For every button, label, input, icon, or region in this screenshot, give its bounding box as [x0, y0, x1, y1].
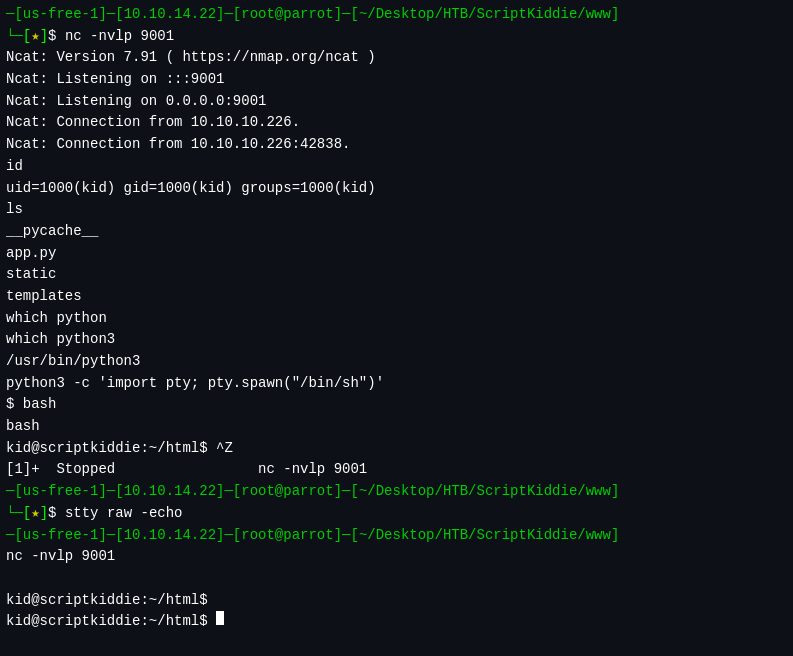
terminal-line: nc -nvlp 9001 [6, 546, 787, 568]
prompt-sep: ─ [107, 481, 115, 503]
dollar: $ [48, 26, 65, 48]
prompt-sep2: ─ [224, 4, 232, 26]
prompt-user: [root@parrot] [233, 4, 342, 26]
prompt-bracket: ─ [6, 525, 14, 547]
terminal-line: id [6, 156, 787, 178]
star-bracket2: ] [40, 503, 48, 525]
terminal: ─[us-free-1]─[10.10.14.22]─[root@parrot]… [0, 0, 793, 656]
prompt-dir: [~/Desktop/HTB/ScriptKiddie/www] [350, 481, 619, 503]
prompt-ip: [10.10.14.22] [115, 525, 224, 547]
prompt-path: [us-free-1] [14, 481, 106, 503]
terminal-line: [1]+ Stopped nc -nvlp 9001 [6, 459, 787, 481]
prompt-bracket: ─ [6, 481, 14, 503]
star: ★ [31, 503, 39, 525]
prompt-dir: [~/Desktop/HTB/ScriptKiddie/www] [350, 525, 619, 547]
terminal-line: └─[★]$ stty raw -echo [6, 503, 787, 525]
terminal-line: app.py [6, 243, 787, 265]
star-bracket: [ [23, 503, 31, 525]
prompt-corner: └─ [6, 26, 23, 48]
prompt-sep2: ─ [224, 525, 232, 547]
terminal-line: └─[★]$ nc -nvlp 9001 [6, 26, 787, 48]
terminal-line: uid=1000(kid) gid=1000(kid) groups=1000(… [6, 178, 787, 200]
terminal-line: kid@scriptkiddie:~/html$ ^Z [6, 438, 787, 460]
shell-prompt-text: kid@scriptkiddie:~/html$ [6, 611, 208, 633]
terminal-line: bash [6, 416, 787, 438]
prompt-sep: ─ [107, 525, 115, 547]
terminal-line: /usr/bin/python3 [6, 351, 787, 373]
prompt-ip: [10.10.14.22] [115, 481, 224, 503]
terminal-line: templates [6, 286, 787, 308]
terminal-line: Ncat: Listening on :::9001 [6, 69, 787, 91]
terminal-line: ─[us-free-1]─[10.10.14.22]─[root@parrot]… [6, 525, 787, 547]
cmd-text: nc -nvlp 9001 [65, 26, 174, 48]
prompt-sep3: ─ [342, 4, 350, 26]
prompt-dir: [~/Desktop/HTB/ScriptKiddie/www] [350, 4, 619, 26]
terminal-line: which python3 [6, 329, 787, 351]
terminal-line: ─[us-free-1]─[10.10.14.22]─[root@parrot]… [6, 4, 787, 26]
prompt-sep3: ─ [342, 525, 350, 547]
terminal-line: which python [6, 308, 787, 330]
prompt-sep: ─ [107, 4, 115, 26]
cmd-text: stty raw -echo [65, 503, 183, 525]
prompt-path: [us-free-1] [14, 525, 106, 547]
cursor [216, 611, 224, 625]
dollar: $ [48, 503, 65, 525]
prompt-user: [root@parrot] [233, 481, 342, 503]
star: ★ [31, 26, 39, 48]
terminal-line [6, 568, 787, 590]
terminal-line: ls [6, 199, 787, 221]
terminal-line: __pycache__ [6, 221, 787, 243]
prompt-corner: └─ [6, 503, 23, 525]
terminal-line: static [6, 264, 787, 286]
prompt-path: [us-free-1] [14, 4, 106, 26]
terminal-line: Ncat: Listening on 0.0.0.0:9001 [6, 91, 787, 113]
terminal-line: $ bash [6, 394, 787, 416]
terminal-line: Ncat: Version 7.91 ( https://nmap.org/nc… [6, 47, 787, 69]
terminal-line: python3 -c 'import pty; pty.spawn("/bin/… [6, 373, 787, 395]
terminal-line: Ncat: Connection from 10.10.10.226:42838… [6, 134, 787, 156]
terminal-line: kid@scriptkiddie:~/html$ [6, 611, 787, 633]
terminal-line: kid@scriptkiddie:~/html$ [6, 590, 787, 612]
prompt-user: [root@parrot] [233, 525, 342, 547]
prompt-sep3: ─ [342, 481, 350, 503]
star-bracket: [ [23, 26, 31, 48]
terminal-line: Ncat: Connection from 10.10.10.226. [6, 112, 787, 134]
terminal-line: ─[us-free-1]─[10.10.14.22]─[root@parrot]… [6, 481, 787, 503]
prompt-ip: [10.10.14.22] [115, 4, 224, 26]
star-bracket2: ] [40, 26, 48, 48]
prompt-bracket: ─ [6, 4, 14, 26]
prompt-sep2: ─ [224, 481, 232, 503]
